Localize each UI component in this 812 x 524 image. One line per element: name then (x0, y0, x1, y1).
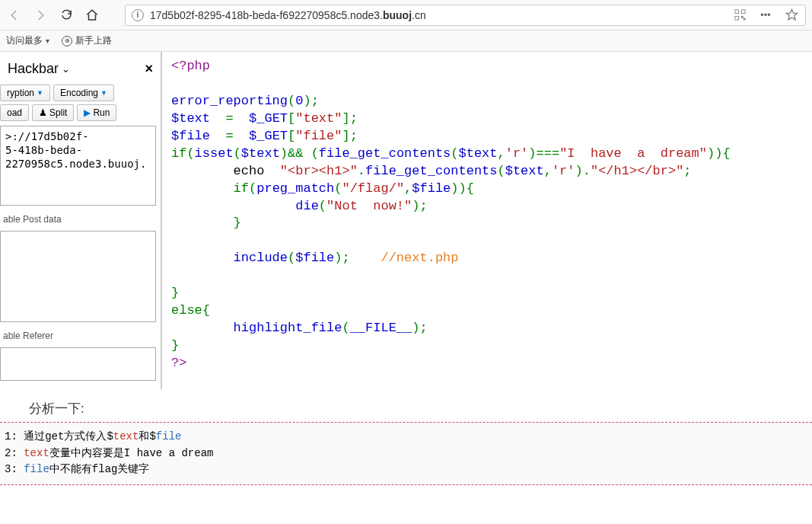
analysis-line-3: 3: file中不能有flag关键字 (5, 462, 807, 478)
chevron-down-icon[interactable]: ⌄ (62, 63, 70, 75)
bookmark-newbie[interactable]: ⊕新手上路 (62, 34, 112, 47)
svg-marker-5 (786, 9, 797, 19)
referer-textarea[interactable] (0, 347, 156, 381)
source-code: <?php error_reporting(0); $text = $_GET[… (162, 52, 812, 389)
close-icon[interactable]: × (145, 61, 153, 77)
post-data-label: able Post data (0, 212, 65, 226)
bookmark-most-visited[interactable]: 访问最多 ▾ (6, 34, 49, 47)
svg-rect-2 (734, 16, 738, 20)
svg-rect-3 (741, 16, 743, 18)
analysis-heading: 分析一下: (0, 389, 812, 422)
analysis-box: 1: 通过get方式传入$text和$file 2: text变量中内容要是I … (0, 422, 812, 485)
load-button[interactable]: oad (0, 104, 29, 121)
hackbar-title: Hackbar ⌄ (8, 61, 70, 77)
caret-down-icon: ▼ (100, 89, 107, 97)
encryption-dropdown[interactable]: ryption▼ (0, 85, 50, 101)
bookmarks-bar: 访问最多 ▾ ⊕新手上路 (0, 30, 812, 52)
split-icon: ♟ (39, 107, 47, 118)
home-button[interactable] (84, 7, 100, 24)
chevron-down-icon: ▾ (46, 37, 49, 45)
svg-rect-4 (744, 18, 745, 20)
run-button[interactable]: ▶Run (77, 104, 116, 121)
play-icon: ▶ (84, 107, 91, 118)
referer-label: able Referer (0, 329, 56, 343)
back-button[interactable] (6, 7, 23, 24)
reload-button[interactable] (58, 7, 75, 24)
url-textarea[interactable] (0, 126, 156, 206)
menu-dots-icon[interactable]: ••• (758, 8, 773, 23)
url-bar[interactable]: i 17d5b02f-8295-418b-beda-f692270958c5.n… (125, 5, 806, 26)
post-data-textarea[interactable] (0, 231, 156, 322)
split-button[interactable]: ♟Split (32, 104, 74, 121)
info-icon[interactable]: i (132, 9, 144, 21)
hackbar-panel: Hackbar ⌄ × ryption▼ Encoding▼ oad ♟Spli… (0, 52, 162, 389)
analysis-line-2: 2: text变量中内容要是I have a dream (5, 446, 807, 462)
analysis-line-1: 1: 通过get方式传入$text和$file (5, 429, 807, 446)
svg-rect-0 (734, 10, 738, 14)
qr-icon[interactable] (732, 8, 747, 23)
svg-rect-1 (741, 10, 745, 14)
encoding-dropdown[interactable]: Encoding▼ (53, 85, 114, 101)
caret-down-icon: ▼ (37, 89, 43, 97)
url-text: 17d5b02f-8295-418b-beda-f692270958c5.nod… (150, 9, 721, 21)
globe-icon: ⊕ (62, 36, 72, 46)
forward-button[interactable] (32, 7, 49, 24)
browser-toolbar: i 17d5b02f-8295-418b-beda-f692270958c5.n… (0, 0, 812, 30)
bookmark-star-icon[interactable] (784, 8, 799, 23)
